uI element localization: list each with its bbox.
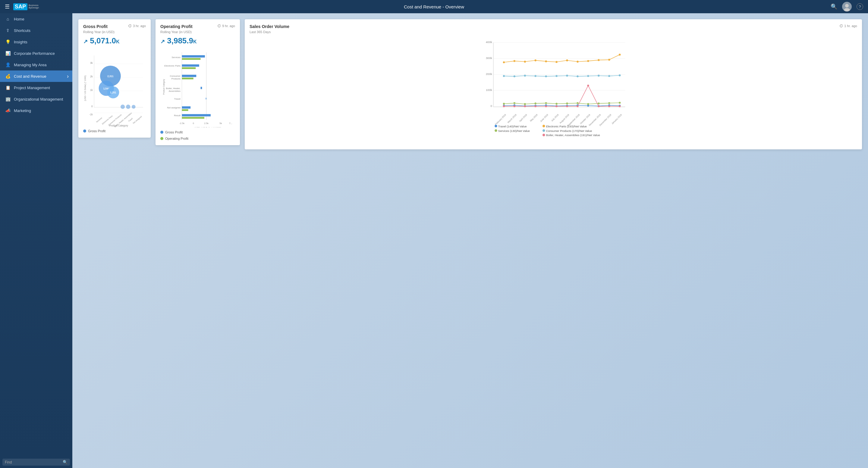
svg-text:February 2018: February 2018 <box>494 113 506 126</box>
sidebar-item-cost-and-revenue[interactable]: 💰Cost and Revenue <box>0 70 72 82</box>
svg-point-124 <box>598 105 599 107</box>
svg-point-86 <box>577 102 578 104</box>
bar-notassigned-op <box>182 109 188 111</box>
bar-boiler-gross <box>201 87 202 89</box>
svg-text:Not assigned: Not assigned <box>132 115 143 124</box>
svg-text:7...: 7... <box>229 122 232 125</box>
svg-point-116 <box>514 105 516 107</box>
svg-point-106 <box>535 75 536 77</box>
svg-point-105 <box>524 75 526 76</box>
search-icon[interactable]: 🔍 <box>831 3 837 10</box>
svg-text:August 2018: August 2018 <box>559 113 570 124</box>
sidebar-item-marketing[interactable]: 📣Marketing <box>0 105 72 116</box>
sidebar-item-project-management[interactable]: 📋Project Management <box>0 82 72 93</box>
sidebar-item-organizational-management[interactable]: 🏢Organizational Management <box>0 93 72 105</box>
svg-text:Consumer Products (170)/Net Va: Consumer Products (170)/Net Value <box>546 129 592 133</box>
bubble-chart-svg: 3k 2k 1k 0 -1k (USD / US Dollar) (* 1000… <box>83 49 146 127</box>
svg-text:100k: 100k <box>486 88 492 92</box>
sales-order-refresh: 1 hr. ago <box>839 24 857 28</box>
help-icon[interactable]: ? <box>857 3 863 10</box>
svg-text:5k: 5k <box>219 122 222 125</box>
svg-text:Electronic Parts (193)/Net Val: Electronic Parts (193)/Net Value <box>546 125 587 128</box>
sidebar-item-home[interactable]: ⌂Home <box>0 13 72 25</box>
sap-logo: SAP Business ByDesign <box>13 3 39 10</box>
gross-profit-subtitle: Rolling Year (in USD) <box>83 30 146 34</box>
svg-point-121 <box>566 105 568 107</box>
bar-travel-gross <box>206 98 207 99</box>
top-header: ☰ SAP Business ByDesign Cost and Revenue… <box>0 0 868 13</box>
svg-point-79 <box>503 103 505 104</box>
svg-text:Not assigned: Not assigned <box>167 106 181 109</box>
legend-label-op: Operating Profit <box>165 137 188 140</box>
main-layout: ⌂Home⇪Shortcuts💡Insights📊Corporate Perfo… <box>0 13 868 468</box>
svg-point-110 <box>577 75 578 77</box>
sidebar-item-managing-my-area[interactable]: 👤Managing My Area <box>0 59 72 70</box>
svg-point-135 <box>542 134 545 136</box>
svg-text:October 2018: October 2018 <box>579 113 591 125</box>
svg-text:Product Category: Product Category <box>163 79 165 95</box>
svg-point-95 <box>545 60 547 62</box>
svg-text:0: 0 <box>193 122 194 125</box>
sidebar-item-corporate-performance[interactable]: 📊Corporate Performance <box>0 47 72 59</box>
header-title: Cost and Revenue - Overview <box>404 4 464 9</box>
svg-point-122 <box>577 105 578 107</box>
avatar[interactable] <box>842 2 852 11</box>
bar-chart: Services Electronic Parts Consumer Produ… <box>160 49 235 127</box>
svg-point-90 <box>619 102 621 104</box>
svg-text:Consumer: Consumer <box>170 75 181 77</box>
svg-text:Boiler, Heater, Assemblies (19: Boiler, Heater, Assemblies (191)/Net Val… <box>546 133 600 137</box>
nav-icon-organizational-management: 🏢 <box>5 97 11 101</box>
svg-point-129 <box>495 129 497 132</box>
svg-point-93 <box>524 61 526 63</box>
refresh-icon-op <box>217 24 221 28</box>
line-consumer <box>504 75 620 76</box>
svg-text:2.5k: 2.5k <box>204 122 209 125</box>
operating-profit-legend-gross: Gross Profit <box>160 130 235 134</box>
svg-point-120 <box>555 105 557 107</box>
svg-point-118 <box>535 105 536 107</box>
sidebar-item-shortcuts[interactable]: ⇪Shortcuts <box>0 25 72 36</box>
svg-text:3k: 3k <box>90 62 93 64</box>
bubble-boiler[interactable] <box>121 104 125 109</box>
svg-text:2,311: 2,311 <box>107 75 114 78</box>
sap-bydesign-text: ByDesign <box>29 7 39 9</box>
sales-order-title: Sales Order Volume <box>250 24 289 29</box>
svg-text:1k: 1k <box>90 89 93 92</box>
svg-point-80 <box>514 102 516 104</box>
svg-point-101 <box>608 59 610 61</box>
nav-label-project-management: Project Management <box>14 86 50 90</box>
svg-point-103 <box>503 75 505 77</box>
gross-profit-value: ↗ 5,071.0K <box>83 36 146 45</box>
svg-point-113 <box>608 75 610 77</box>
bubble-chart: 3k 2k 1k 0 -1k (USD / US Dollar) (* 1000… <box>83 49 146 127</box>
svg-point-108 <box>555 75 557 77</box>
svg-text:400k: 400k <box>486 40 492 44</box>
svg-point-88 <box>598 102 599 104</box>
bubble-notassigned[interactable] <box>132 105 135 109</box>
svg-text:May 2018: May 2018 <box>529 113 538 122</box>
refresh-icon <box>128 24 132 28</box>
svg-point-97 <box>566 59 568 61</box>
line-chart-svg: 400k 300k 200k 100k 0 <box>250 36 857 144</box>
operating-profit-subtitle: Rolling Year (in USD) <box>160 30 235 34</box>
svg-text:March 2018: March 2018 <box>507 113 517 124</box>
nav-icon-corporate-performance: 📊 <box>5 51 11 56</box>
bubble-travel[interactable] <box>126 104 130 109</box>
hamburger-icon[interactable]: ☰ <box>5 3 10 10</box>
svg-point-94 <box>535 59 536 61</box>
sidebar-item-insights[interactable]: 💡Insights <box>0 36 72 47</box>
svg-point-127 <box>495 125 497 127</box>
svg-point-107 <box>545 75 547 77</box>
bar-electronic-gross <box>182 64 199 67</box>
svg-text:0: 0 <box>490 104 492 107</box>
svg-text:Travel: Travel <box>128 118 133 123</box>
svg-point-112 <box>598 75 599 76</box>
svg-point-126 <box>619 105 621 107</box>
nav-icon-shortcuts: ⇪ <box>5 28 11 33</box>
sidebar-search-input[interactable] <box>5 460 61 464</box>
sidebar-search[interactable]: 🔍 <box>2 459 70 466</box>
svg-text:April 2018: April 2018 <box>519 113 528 123</box>
svg-text:2k: 2k <box>90 75 93 78</box>
header-right: 🔍 ? <box>831 2 863 11</box>
svg-text:-2.5k: -2.5k <box>179 122 184 125</box>
